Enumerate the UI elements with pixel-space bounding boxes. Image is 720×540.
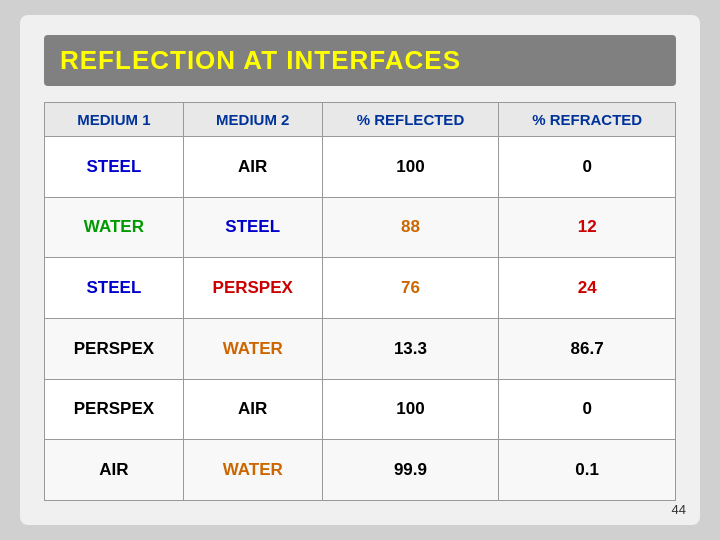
cell-refracted: 0 [499,137,676,198]
cell-refracted: 12 [499,197,676,258]
page-number: 44 [672,502,686,517]
data-table: MEDIUM 1 MEDIUM 2 % REFLECTED % REFRACTE… [44,102,676,501]
table-row: WATERSTEEL8812 [45,197,676,258]
title-bar: REFLECTION AT INTERFACES [44,35,676,86]
page-title: REFLECTION AT INTERFACES [60,45,660,76]
header-medium1: MEDIUM 1 [45,103,184,137]
table-header-row: MEDIUM 1 MEDIUM 2 % REFLECTED % REFRACTE… [45,103,676,137]
cell-refracted: 24 [499,258,676,319]
cell-medium1: PERSPEX [45,379,184,440]
cell-reflected: 100 [322,379,499,440]
table-row: STEELPERSPEX7624 [45,258,676,319]
cell-medium2: STEEL [183,197,322,258]
cell-medium2: WATER [183,440,322,501]
table-row: AIRWATER99.90.1 [45,440,676,501]
cell-medium2: AIR [183,379,322,440]
cell-medium1: PERSPEX [45,318,184,379]
cell-medium1: STEEL [45,258,184,319]
cell-refracted: 0 [499,379,676,440]
cell-medium2: PERSPEX [183,258,322,319]
slide: REFLECTION AT INTERFACES MEDIUM 1 MEDIUM… [20,15,700,525]
header-medium2: MEDIUM 2 [183,103,322,137]
cell-reflected: 76 [322,258,499,319]
cell-refracted: 86.7 [499,318,676,379]
cell-reflected: 13.3 [322,318,499,379]
table-row: PERSPEXAIR1000 [45,379,676,440]
cell-refracted: 0.1 [499,440,676,501]
table-row: STEELAIR1000 [45,137,676,198]
header-reflected: % REFLECTED [322,103,499,137]
cell-reflected: 88 [322,197,499,258]
cell-medium1: AIR [45,440,184,501]
table-row: PERSPEXWATER13.386.7 [45,318,676,379]
cell-medium1: STEEL [45,137,184,198]
cell-medium1: WATER [45,197,184,258]
header-refracted: % REFRACTED [499,103,676,137]
cell-medium2: AIR [183,137,322,198]
cell-reflected: 100 [322,137,499,198]
cell-reflected: 99.9 [322,440,499,501]
cell-medium2: WATER [183,318,322,379]
